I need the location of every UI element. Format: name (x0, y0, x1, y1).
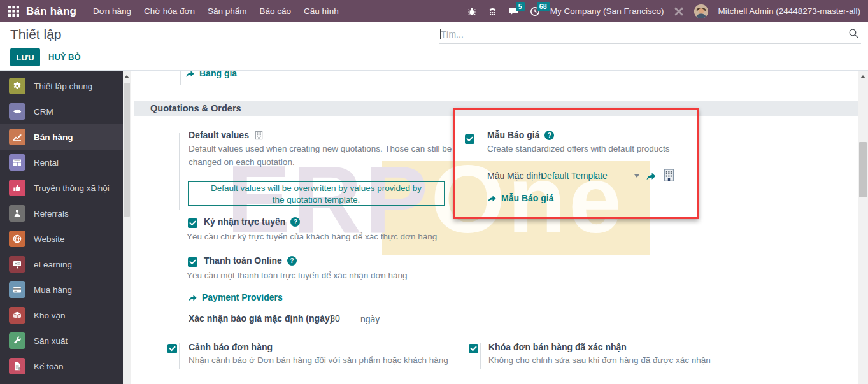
online-signature-desc: Yêu cầu chữ ký trực tuyến của khách hàng… (187, 232, 437, 241)
nav-menu-to-invoice[interactable]: Chờ hóa đơn (138, 0, 201, 22)
nav-menu-products[interactable]: Sản phẩm (201, 0, 253, 22)
apps-grid-icon[interactable] (8, 6, 19, 17)
save-button[interactable]: LƯU (10, 48, 40, 66)
settings-sidebar: Thiết lập chung CRM Bán hàng Rental (0, 71, 123, 384)
quotation-templates-checkbox[interactable] (465, 134, 474, 144)
sidebar-item-purchase[interactable]: Mua hàng (0, 277, 123, 302)
default-values-desc-line2: changed on each quotation. (189, 157, 295, 167)
sidebar-item-general-settings[interactable]: Thiết lập chung (0, 73, 123, 99)
payment-providers-link[interactable]: Payment Providers (188, 292, 283, 302)
sidebar-item-rental[interactable]: Rental (0, 150, 123, 175)
internal-link-arrow-button[interactable] (646, 171, 657, 184)
sidebar-item-referrals[interactable]: Referrals (0, 201, 123, 226)
search-input[interactable] (441, 27, 848, 42)
quotation-templates-desc: Create standardized offers with default … (487, 144, 669, 153)
message-count-badge: 5 (516, 2, 525, 11)
lock-orders-checkbox[interactable] (469, 344, 478, 353)
top-navbar: Bán hàng Đơn hàng Chờ hóa đơn Sản phẩm B… (0, 0, 868, 22)
presentation-icon (9, 256, 25, 273)
default-values-label: Default values (189, 130, 249, 140)
tools-icon[interactable] (673, 6, 685, 17)
help-icon[interactable] (544, 131, 554, 140)
dropdown-caret-icon[interactable] (634, 174, 639, 178)
content-scroll-up-arrow[interactable] (860, 75, 865, 78)
sidebar-item-elearning[interactable]: eLearning (0, 252, 123, 277)
quotation-validity-label: Xác nhận báo giá mặc định (ngày) (189, 313, 332, 324)
setting-divider (480, 343, 481, 369)
quotation-validity-suffix: ngày (360, 314, 380, 324)
content-scrollbar[interactable] (858, 71, 868, 384)
thumbs-up-icon (9, 180, 25, 196)
nav-menu-reporting[interactable]: Báo cáo (253, 0, 298, 22)
sidebar-scrollbar-thumb[interactable] (124, 83, 130, 217)
text-cursor (440, 29, 441, 39)
nav-menu-orders[interactable]: Đơn hàng (87, 0, 138, 22)
odoo-settings-screen: Bán hàng Đơn hàng Chờ hóa đơn Sản phẩm B… (0, 0, 868, 384)
section-title: Quotations & Orders (150, 103, 241, 113)
gear-icon (9, 78, 25, 94)
discard-button[interactable]: HUỶ BỎ (48, 52, 81, 62)
quotation-templates-label-row: Mẫu Báo giá (487, 130, 554, 140)
user-avatar[interactable] (694, 4, 708, 18)
activity-count-badge: 68 (537, 2, 550, 11)
rental-machine-icon (9, 154, 25, 171)
sidebar-scrollbar[interactable] (123, 71, 131, 384)
sale-warnings-label: Cảnh báo đơn hàng (189, 342, 273, 352)
activity-clock-icon[interactable]: 68 (529, 6, 541, 17)
sidebar-scroll-up-arrow[interactable] (124, 75, 129, 78)
sidebar-item-social-marketing[interactable]: Truyền thông xã hội (0, 175, 123, 201)
user-menu[interactable]: Mitchell Admin (24448273-master-all) (718, 6, 860, 16)
default-values-desc-line1: Default values used when creating new qu… (189, 144, 452, 153)
credit-card-icon (9, 281, 25, 298)
sidebar-item-website[interactable]: Website (0, 226, 123, 252)
search-underline (439, 43, 861, 44)
online-payment-label-row: Thanh toán Online (204, 255, 297, 266)
internal-link-arrow-icon (188, 293, 197, 302)
bug-icon[interactable] (466, 6, 478, 17)
page-title: Thiết lập (10, 27, 62, 42)
online-signature-checkbox[interactable] (188, 218, 197, 228)
sale-warnings-desc: Nhận cảnh báo ở Đơn bán hàng đối với sản… (189, 355, 448, 365)
default-values-label-row: Default values (189, 130, 264, 140)
search-icon[interactable] (848, 28, 859, 41)
quotation-templates-label: Mẫu Báo giá (487, 130, 539, 140)
field-underline (540, 185, 643, 185)
quotation-templates-link[interactable]: Mẫu Báo giá (487, 193, 553, 203)
lock-orders-desc: Không cho chỉnh sửa sau khi đơn hàng đã … (488, 355, 711, 365)
sidebar-item-manufacturing[interactable]: Sản xuất (0, 328, 123, 353)
sidebar-item-inventory[interactable]: Kho vận (0, 302, 123, 328)
sidebar-item-sales[interactable]: Bán hàng (0, 124, 123, 150)
default-template-field-label: Mẫu Mặc định (487, 171, 543, 181)
sales-chart-icon (9, 129, 25, 145)
online-payment-checkbox[interactable] (188, 257, 197, 267)
dialpad-phone-icon[interactable] (487, 6, 499, 17)
sidebar-item-accounting[interactable]: Kế toán (0, 353, 123, 379)
setting-divider (478, 133, 478, 211)
invoice-doc-icon (9, 358, 25, 374)
nav-menu-configuration[interactable]: Cấu hình (297, 0, 345, 22)
quotation-validity-input[interactable] (315, 311, 355, 325)
online-payment-desc: Yêu cầu một thanh toán trực tuyến để xác… (187, 271, 408, 280)
app-name[interactable]: Bán hàng (26, 5, 76, 18)
messages-icon[interactable]: 5 (508, 6, 520, 17)
setting-divider (179, 133, 180, 210)
package-box-icon (9, 307, 25, 324)
default-values-alert: Default values will be overwritten by va… (188, 181, 445, 206)
sidebar-item-crm[interactable]: CRM (0, 99, 123, 124)
company-switcher[interactable]: My Company (San Francisco) (550, 6, 664, 16)
internal-link-arrow-icon (185, 71, 195, 78)
section-header-quotations-orders: Quotations & Orders (134, 101, 858, 116)
pricelists-link[interactable]: Bảng giá (185, 71, 237, 78)
help-icon[interactable] (287, 256, 297, 266)
sale-warnings-checkbox[interactable] (167, 344, 177, 353)
globe-icon (9, 231, 25, 247)
app-menus: Đơn hàng Chờ hóa đơn Sản phẩm Báo cáo Cấ… (87, 0, 345, 22)
internal-link-arrow-icon (487, 194, 497, 203)
content-scrollbar-thumb[interactable] (859, 142, 867, 197)
lock-orders-label: Khóa đơn bán hàng đã xác nhận (488, 342, 627, 352)
company-building-icon[interactable] (663, 169, 675, 185)
online-signature-label-row: Ký nhận trực tuyến (204, 217, 300, 227)
person-icon (9, 205, 25, 222)
help-icon[interactable] (290, 217, 300, 227)
default-template-field-value[interactable]: Default Template (541, 171, 608, 181)
